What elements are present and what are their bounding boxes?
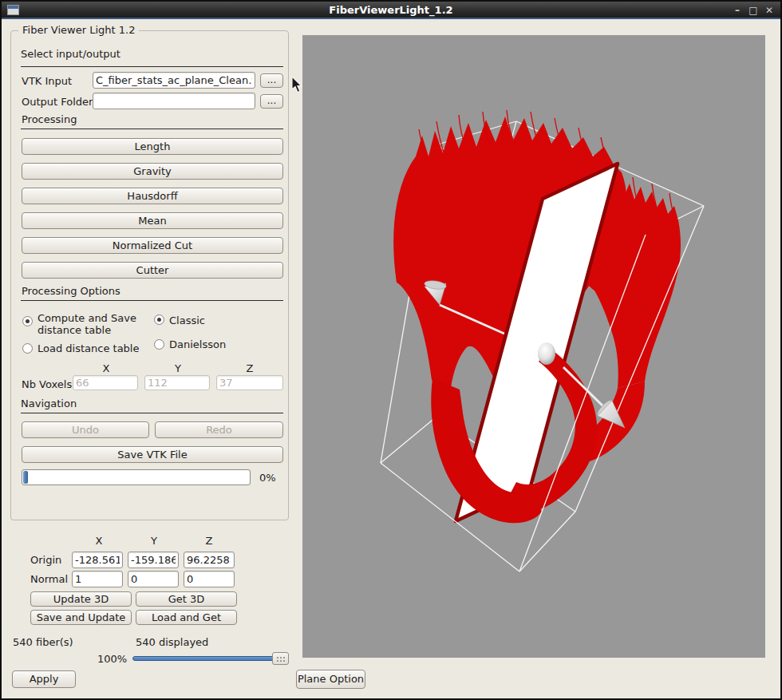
plane-option-button[interactable]: Plane Option xyxy=(296,670,365,689)
voxel-axis-z: Z xyxy=(241,362,259,374)
normalized-cut-button[interactable]: Normalized Cut xyxy=(22,237,283,254)
plane-axis-y: Y xyxy=(145,535,163,547)
slider-grip xyxy=(276,656,286,662)
vtk-input-label: VTK Input xyxy=(22,75,72,87)
fiber-scene xyxy=(302,35,765,658)
vtk-input-field[interactable] xyxy=(93,72,255,89)
fiber-viewer-groupbox: Fiber Viewer Light 1.2 Select input/outp… xyxy=(10,30,289,520)
progress-percent-label: 0% xyxy=(259,472,276,484)
radio-classic-label[interactable]: Classic xyxy=(169,314,205,326)
apply-button[interactable]: Apply xyxy=(12,670,76,688)
window-controls: – □ ✕ xyxy=(731,2,776,19)
normal-z-field[interactable] xyxy=(184,571,235,587)
voxel-axis-y: Y xyxy=(169,362,187,374)
slider-track[interactable] xyxy=(132,656,289,661)
normal-x-field[interactable] xyxy=(72,571,123,587)
fiber-display-slider[interactable] xyxy=(132,652,289,665)
minimize-icon[interactable]: – xyxy=(731,5,744,16)
section-processing-options: Processing Options xyxy=(22,285,120,297)
undo-button[interactable]: Undo xyxy=(22,421,149,438)
divider xyxy=(21,300,283,301)
divider xyxy=(21,413,283,413)
maximize-icon[interactable]: □ xyxy=(747,5,760,16)
divider xyxy=(21,66,283,67)
get-3d-button[interactable]: Get 3D xyxy=(136,591,237,607)
plane-axis-z: Z xyxy=(200,535,218,547)
mouse-cursor xyxy=(291,76,304,93)
radio-load-table-label[interactable]: Load distance table xyxy=(38,342,139,354)
origin-label: Origin xyxy=(30,554,61,566)
progress-bar xyxy=(22,469,251,485)
radio-compute-save-label[interactable]: Compute and Save distance table xyxy=(38,312,148,336)
radio-load-table[interactable] xyxy=(22,343,33,354)
voxel-axis-x: X xyxy=(97,362,115,374)
window-title: FiberViewerLight_1.2 xyxy=(2,4,780,16)
section-processing: Processing xyxy=(22,113,77,125)
progress-chunk xyxy=(23,471,28,484)
normal-label: Normal xyxy=(30,573,68,585)
cutter-button[interactable]: Cutter xyxy=(22,262,283,279)
nb-voxels-x-field xyxy=(73,375,138,390)
groupbox-title: Fiber Viewer Light 1.2 xyxy=(18,24,139,36)
mean-button[interactable]: Mean xyxy=(22,212,283,229)
app-window: FiberViewerLight_1.2 – □ ✕ Fiber Viewer … xyxy=(0,0,782,700)
redo-button[interactable]: Redo xyxy=(155,421,283,438)
fiber-count-label: 540 fiber(s) xyxy=(13,636,73,648)
gravity-button[interactable]: Gravity xyxy=(22,163,283,180)
radio-compute-save[interactable] xyxy=(22,316,33,326)
vtk-browse-button[interactable]: ... xyxy=(260,73,283,88)
origin-y-field[interactable] xyxy=(128,552,179,568)
radio-danielsson[interactable] xyxy=(154,339,164,350)
origin-z-field[interactable] xyxy=(184,552,235,568)
displayed-count-label: 540 displayed xyxy=(136,636,208,648)
plane-axis-x: X xyxy=(90,535,108,547)
slider-percent-label: 100% xyxy=(97,653,127,665)
normal-y-field[interactable] xyxy=(128,571,179,587)
section-navigation: Navigation xyxy=(21,397,77,409)
length-button[interactable]: Length xyxy=(22,138,283,155)
nb-voxels-z-field xyxy=(216,375,283,390)
radio-classic[interactable] xyxy=(154,314,164,325)
load-and-get-button[interactable]: Load and Get xyxy=(136,610,237,625)
nb-voxels-label: Nb Voxels xyxy=(22,378,72,390)
close-icon[interactable]: ✕ xyxy=(763,5,776,16)
hausdorff-button[interactable]: Hausdorff xyxy=(22,188,283,204)
save-and-update-button[interactable]: Save and Update xyxy=(30,610,132,625)
section-select-io: Select input/output xyxy=(21,48,120,60)
plane-origin-sphere[interactable] xyxy=(538,342,555,365)
divider xyxy=(21,129,283,129)
nb-voxels-y-field xyxy=(144,375,210,390)
output-folder-label: Output Folder xyxy=(22,96,93,108)
radio-danielsson-label[interactable]: Danielsson xyxy=(169,338,226,350)
origin-x-field[interactable] xyxy=(72,552,123,568)
slider-handle[interactable] xyxy=(272,652,289,665)
save-vtk-button[interactable]: Save VTK File xyxy=(22,446,283,463)
render-viewport-3d[interactable] xyxy=(302,35,765,658)
update-3d-button[interactable]: Update 3D xyxy=(30,591,132,607)
titlebar: FiberViewerLight_1.2 – □ ✕ xyxy=(2,2,780,19)
output-folder-field[interactable] xyxy=(93,93,255,109)
output-browse-button[interactable]: ... xyxy=(260,94,283,109)
